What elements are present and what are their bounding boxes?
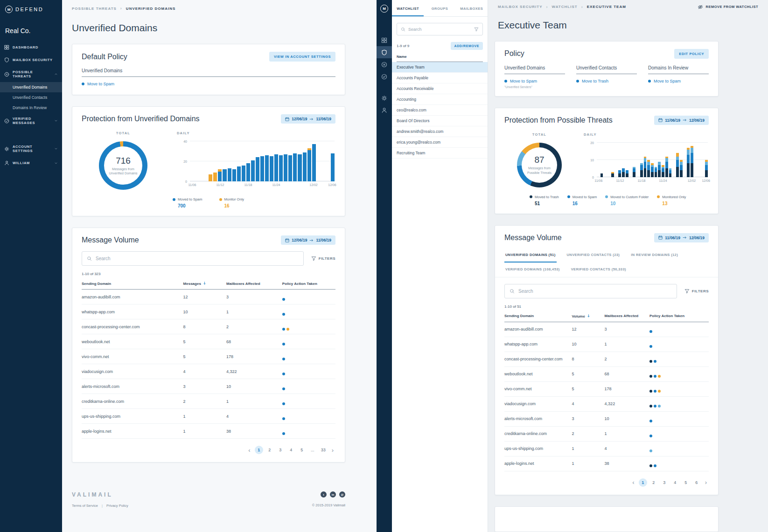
sidebar-subitem-unverified-domains[interactable]: Unverified Domains — [0, 82, 62, 92]
pagination-page[interactable]: 33 — [319, 446, 328, 454]
pagination-page[interactable]: 4 — [287, 446, 295, 454]
pagination-prev[interactable]: ‹ — [246, 447, 252, 454]
column-header-volume[interactable]: Volume — [572, 310, 605, 322]
filter-icon[interactable] — [474, 27, 479, 32]
watchlist-item[interactable]: erica.young@realco.com — [392, 137, 488, 148]
pagination-page[interactable]: 5 — [298, 446, 306, 454]
pagination-prev[interactable]: ‹ — [630, 479, 636, 486]
volume-tab[interactable]: VERIFIED DOMAINS (108,453) — [504, 263, 561, 277]
rail-mailbox-security-icon[interactable] — [377, 46, 392, 58]
twitter-icon[interactable]: t — [321, 491, 327, 497]
add-remove-button[interactable]: ADD/REMOVE — [451, 42, 483, 50]
table-row[interactable]: alerts-microsoft.com310 — [82, 379, 335, 394]
table-row[interactable]: viadocusign.com44,322 — [82, 364, 335, 379]
table-row[interactable]: concast-processing-center.com82 — [504, 352, 709, 366]
pagination-page[interactable]: 2 — [265, 446, 274, 454]
pagination-next[interactable]: › — [703, 479, 709, 486]
table-row[interactable]: viadocusign.com44,322 — [504, 396, 709, 411]
table-row[interactable]: alerts-microsoft.com310 — [504, 411, 709, 426]
pagination-page[interactable]: 4 — [671, 478, 679, 487]
table-row[interactable]: creditkarna-online.com21 — [504, 426, 709, 441]
date-range-badge[interactable]: 11/06/19 12/06/19 — [654, 116, 709, 125]
breadcrumb-watchlist[interactable]: WATCHLIST — [552, 5, 578, 9]
table-row[interactable]: vivo-comm.net5178 — [504, 381, 709, 396]
table-row[interactable]: vivo-comm.net5178 — [82, 349, 335, 364]
watchlist-search-input[interactable] — [408, 27, 471, 32]
sidebar-subitem-unverified-contacts[interactable]: Unverified Contacts — [0, 92, 62, 103]
column-header-policy-action[interactable]: Policy Action Taken — [282, 277, 335, 290]
email-icon[interactable]: @ — [339, 491, 345, 497]
sidebar-item-user[interactable]: WILLIAM — [0, 157, 62, 169]
rail-account-settings-icon[interactable] — [377, 92, 392, 104]
table-row[interactable]: weboutlook.net568 — [82, 334, 335, 349]
table-row[interactable]: amazon-audibill.com123 — [504, 322, 709, 337]
pagination-page[interactable]: 5 — [682, 478, 690, 487]
sidebar-item-verified-messages[interactable]: VERIFIED MESSAGES — [0, 113, 62, 129]
table-row[interactable]: creditkarna-online.com21 — [82, 394, 335, 409]
linkedin-icon[interactable]: in — [330, 491, 336, 497]
tab-watchlist[interactable]: WATCHLIST — [392, 0, 424, 16]
date-range-badge[interactable]: 12/06/19 11/06/19 — [281, 235, 335, 245]
watchlist-item[interactable]: Accounts Receivable — [392, 83, 488, 94]
table-row[interactable]: ups-us-shipping.com14 — [82, 409, 335, 424]
watchlist-item[interactable]: ceo@realco.com — [392, 105, 488, 116]
pagination-page[interactable]: 6 — [692, 478, 701, 487]
table-row[interactable]: concast-processing-center.com82 — [82, 319, 335, 334]
table-row[interactable]: amazon-audibill.com123 — [82, 290, 335, 304]
volume-tab[interactable]: UNVERIFIED CONTACTS (23) — [566, 248, 621, 263]
rail-possible-threats-icon[interactable] — [377, 58, 392, 70]
sidebar-item-mailbox-security[interactable]: MAILBOX SECURITY — [0, 54, 62, 66]
table-row[interactable]: ups-us-shipping.com14 — [504, 441, 709, 456]
breadcrumb-mailbox-security[interactable]: MAILBOX SECURITY — [498, 5, 543, 9]
edit-policy-button[interactable]: EDIT POLICY — [674, 49, 709, 59]
search-input[interactable] — [96, 256, 299, 261]
rail-verified-messages-icon[interactable] — [377, 70, 392, 83]
column-header-messages[interactable]: Messages — [183, 277, 226, 290]
view-in-account-settings-button[interactable]: VIEW IN ACCOUNT SETTINGS — [269, 52, 335, 62]
watchlist-item[interactable]: Accounting — [392, 94, 488, 105]
privacy-policy-link[interactable]: Privacy Policy — [106, 504, 128, 508]
search-input[interactable] — [518, 289, 672, 294]
pagination-page[interactable]: 1 — [639, 478, 647, 487]
volume-tab[interactable]: VERIFIED CONTACTS (50,333) — [570, 263, 627, 277]
column-header-sending-domain[interactable]: Sending Domain — [82, 277, 183, 290]
watchlist-item[interactable]: andrew.smith@realco.com — [392, 126, 488, 137]
rail-user-icon[interactable] — [377, 104, 392, 116]
sidebar-item-account-settings[interactable]: ACCOUNT SETTINGS — [0, 141, 62, 157]
table-row[interactable]: apple-logins.net138 — [82, 424, 335, 439]
column-header-mailboxes-affected[interactable]: Mailboxes Affected — [605, 310, 649, 322]
sidebar-item-possible-threats[interactable]: POSSIBLE THREATS — [0, 66, 62, 82]
table-row[interactable]: apple-logins.net138 — [504, 456, 709, 471]
name-column-header[interactable]: Name — [397, 55, 483, 62]
search-icon — [510, 289, 515, 294]
watchlist-item[interactable]: Executive Team — [392, 62, 488, 73]
watchlist-item[interactable]: Board Of Directors — [392, 116, 488, 126]
pagination-page[interactable]: 3 — [660, 478, 669, 487]
sidebar-item-dashboard[interactable]: DASHBOARD — [0, 41, 62, 54]
rail-dashboard-icon[interactable] — [377, 34, 392, 46]
filters-button[interactable]: FILTERS — [311, 256, 335, 261]
column-header-mailboxes-affected[interactable]: Mailboxes Affected — [226, 277, 282, 290]
table-row[interactable]: weboutlook.net568 — [504, 366, 709, 381]
table-row[interactable]: whatspp-app.com101 — [82, 304, 335, 319]
pagination-next[interactable]: › — [330, 447, 335, 454]
remove-from-watchlist-button[interactable]: REMOVE FROM WATCHLIST — [698, 4, 758, 10]
column-header-sending-domain[interactable]: Sending Domain — [504, 310, 572, 322]
pagination-page[interactable]: 2 — [649, 478, 658, 487]
volume-tab[interactable]: UNVERIFIED DOMAINS (51) — [504, 248, 557, 263]
sidebar-subitem-domains-in-review[interactable]: Domains In Review — [0, 103, 62, 113]
filters-button[interactable]: FILTERS — [684, 289, 709, 294]
volume-tab[interactable]: IN REVIEW DOMAINS (12) — [630, 248, 679, 263]
pagination-page[interactable]: 3 — [276, 446, 285, 454]
date-range-badge[interactable]: 12/06/19 11/06/19 — [281, 114, 335, 124]
tab-groups[interactable]: GROUPS — [424, 0, 455, 16]
table-row[interactable]: whatspp-app.com101 — [504, 337, 709, 352]
breadcrumb-possible-threats[interactable]: POSSIBLE THREATS — [72, 7, 117, 11]
date-range-badge[interactable]: 11/06/19 12/06/19 — [654, 233, 709, 242]
watchlist-item[interactable]: Accounts Payable — [392, 73, 488, 83]
watchlist-item[interactable]: Recruiting Team — [392, 148, 488, 159]
tab-mailboxes[interactable]: MAILBOXES — [456, 0, 488, 16]
pagination-page[interactable]: 1 — [255, 446, 263, 454]
column-header-policy-action[interactable]: Policy Action Taken — [649, 310, 709, 322]
terms-of-service-link[interactable]: Terms of Service — [72, 504, 98, 508]
